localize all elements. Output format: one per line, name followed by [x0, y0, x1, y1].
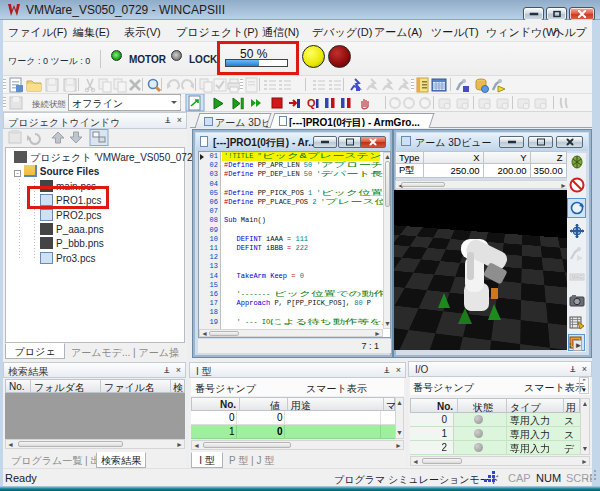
svg-text:MAG: MAG	[572, 274, 584, 280]
